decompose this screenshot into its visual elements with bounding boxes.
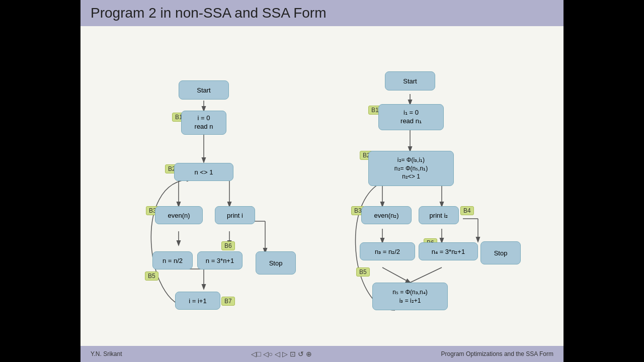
left-b5-label: B5 — [145, 272, 158, 281]
left-b2-node: n <> 1 — [174, 163, 233, 181]
left-b7-label: B7 — [221, 297, 235, 306]
nav-zoom-out[interactable]: ↺ — [298, 350, 304, 358]
nav-fit[interactable]: ⊡ — [290, 350, 296, 358]
right-b6-node: n₄ = 3*n₂+1 — [419, 242, 478, 260]
left-b4-node: print i — [215, 206, 255, 224]
right-b4-label: B4 — [460, 206, 474, 215]
left-start-node: Start — [179, 80, 229, 100]
left-b7-node: i = i+1 — [175, 292, 220, 310]
nav-zoom-in[interactable]: ⊕ — [306, 350, 312, 358]
left-b1-node: i = 0read n — [181, 111, 226, 135]
nav-prev-square[interactable]: ◁□ — [251, 350, 261, 358]
right-stop-node: Stop — [480, 241, 521, 264]
left-stop-node: Stop — [256, 251, 296, 275]
right-b1-node: i₁ = 0read n₁ — [378, 104, 444, 130]
arrows-svg — [80, 26, 564, 346]
left-b6-node: n = 3*n+1 — [197, 251, 243, 269]
slide-footer: Y.N. Srikant ◁□ ◁○ ◁ ▷ ⊡ ↺ ⊕ Program Opt… — [80, 346, 564, 362]
svg-line-23 — [382, 267, 410, 283]
nav-next-arrow[interactable]: ▷ — [282, 350, 288, 358]
footer-nav[interactable]: ◁□ ◁○ ◁ ▷ ⊡ ↺ ⊕ — [251, 350, 312, 358]
right-b5-node: n₃ = n₂/2 — [360, 242, 415, 260]
slide-body: Start B1 i = 0read n B2 n <> 1 B3 even(n… — [80, 26, 564, 346]
right-b4-node: print i₂ — [419, 206, 459, 224]
footer-left: Y.N. Srikant — [91, 350, 122, 357]
slide-header: Program 2 in non-SSA and SSA Form — [80, 0, 564, 26]
slide-container: Program 2 in non-SSA and SSA Form — [80, 0, 564, 362]
slide-title: Program 2 in non-SSA and SSA Form — [91, 5, 326, 21]
left-b3-node: even(n) — [155, 206, 203, 224]
left-b6-label: B6 — [221, 241, 235, 250]
right-b3-node: even(n₂) — [361, 206, 412, 224]
svg-line-24 — [410, 267, 442, 283]
footer-right: Program Optimizations and the SSA Form — [441, 350, 553, 357]
nav-prev-circle[interactable]: ◁○ — [263, 350, 273, 358]
left-b5-node: n = n/2 — [152, 251, 193, 269]
nav-prev-arrow[interactable]: ◁ — [275, 350, 280, 358]
right-start-node: Start — [385, 71, 435, 90]
right-b5-label: B5 — [356, 267, 370, 277]
right-b7-node: n₅ = Φ(n₃,n₄)i₃ = i₂+1 — [372, 283, 448, 310]
right-b2-node: i₂= Φ(i₃,i₁)n₂= Φ(n₅,n₁)n₂<> 1 — [368, 151, 454, 186]
